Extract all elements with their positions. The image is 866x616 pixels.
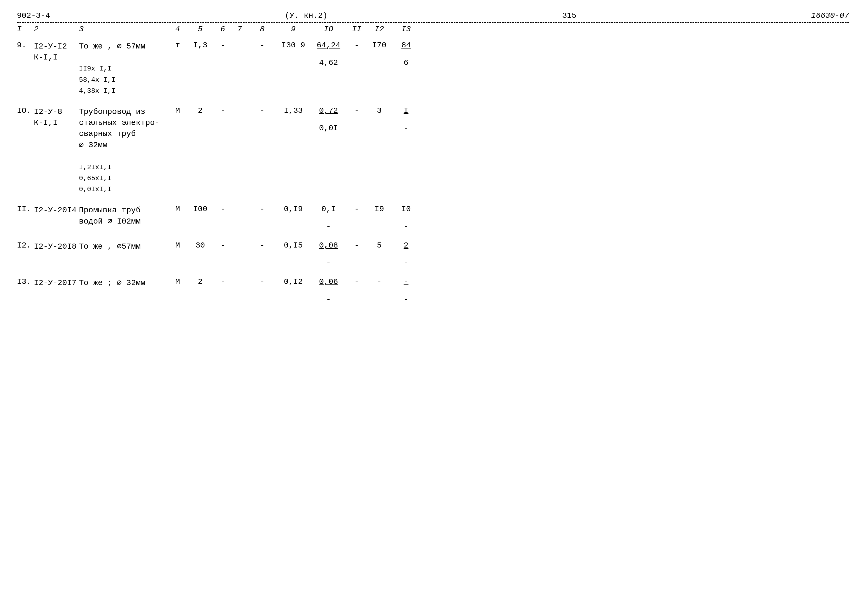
header-center-label: (У. кн.2) bbox=[285, 11, 327, 20]
row-col11: - bbox=[347, 241, 366, 250]
col-header-7: 7 bbox=[231, 25, 248, 33]
row-col8: - bbox=[248, 277, 277, 286]
col-header-4: 4 bbox=[169, 25, 186, 33]
row-id: I2-У-8К-I,I bbox=[34, 106, 79, 128]
row-col13: 2- bbox=[392, 241, 420, 267]
row-col9: I30 9 bbox=[277, 41, 310, 50]
header-page-number: 315 bbox=[562, 11, 577, 20]
row-col12: I70 bbox=[366, 41, 392, 50]
row-col6: - bbox=[214, 41, 231, 50]
row-col5: 30 bbox=[186, 241, 214, 250]
row-description: То же , ∅ 57ммII9х I,I58,4х I,I4,38х I,I bbox=[79, 41, 169, 96]
row-description: Трубопровод изстальных электро-сварных т… bbox=[79, 106, 169, 195]
row-number: 9. bbox=[17, 41, 34, 50]
col-header-8: 8 bbox=[248, 25, 277, 33]
table-row: IO.I2-У-8К-I,IТрубопровод изстальных эле… bbox=[17, 106, 849, 195]
row-col10: 0,06- bbox=[310, 277, 347, 303]
row-col5: I00 bbox=[186, 205, 214, 214]
col-header-1: I bbox=[17, 25, 34, 33]
row-col9: 0,I5 bbox=[277, 241, 310, 250]
row-col13: I0- bbox=[392, 205, 420, 231]
row-col5: I,3 bbox=[186, 41, 214, 50]
col-header-11: II bbox=[347, 25, 366, 33]
row-number: IO. bbox=[17, 106, 34, 115]
row-number: I3. bbox=[17, 277, 34, 286]
column-headers: I 2 3 4 5 6 7 8 9 IO II I2 I3 bbox=[17, 25, 849, 35]
header-divider bbox=[17, 22, 849, 23]
row-number: I2. bbox=[17, 241, 34, 250]
header-doc-number: 16630-07 bbox=[811, 11, 849, 20]
header-left: 902-3-4 bbox=[17, 11, 50, 20]
row-col11: - bbox=[347, 277, 366, 286]
row-number: II. bbox=[17, 205, 34, 214]
row-col11: - bbox=[347, 205, 366, 214]
row-col12: 3 bbox=[366, 106, 392, 115]
row-unit: т bbox=[169, 41, 186, 50]
table-row: I2.I2-У-20I8То же , ∅57ммМ30--0,I50,08--… bbox=[17, 241, 849, 267]
row-id: I2-У-20I8 bbox=[34, 241, 79, 252]
row-description: То же , ∅57мм bbox=[79, 241, 169, 252]
col-header-6: 6 bbox=[214, 25, 231, 33]
row-col5: 2 bbox=[186, 277, 214, 286]
row-description: Промывка трубводой ∅ I02мм bbox=[79, 205, 169, 227]
row-col6: - bbox=[214, 277, 231, 286]
col-header-5: 5 bbox=[186, 25, 214, 33]
row-col8: - bbox=[248, 41, 277, 50]
table-row: I3.I2-У-20I7То же ; ∅ 32ммМ2--0,I20,06--… bbox=[17, 277, 849, 303]
row-col12: I9 bbox=[366, 205, 392, 214]
row-unit: М bbox=[169, 205, 186, 214]
row-col9: I,33 bbox=[277, 106, 310, 115]
row-col12: - bbox=[366, 277, 392, 286]
row-col6: - bbox=[214, 106, 231, 115]
row-col10: 0,720,0I bbox=[310, 106, 347, 132]
row-col12: 5 bbox=[366, 241, 392, 250]
table-row: 9.I2-У-I2К-I,IТо же , ∅ 57ммII9х I,I58,4… bbox=[17, 41, 849, 96]
col-header-9: 9 bbox=[277, 25, 310, 33]
row-col10: 0,I- bbox=[310, 205, 347, 231]
row-description: То же ; ∅ 32мм bbox=[79, 277, 169, 288]
row-unit: М bbox=[169, 277, 186, 286]
col-header-12: I2 bbox=[366, 25, 392, 33]
col-header-10: IO bbox=[310, 25, 347, 33]
row-col8: - bbox=[248, 205, 277, 214]
row-col13: I- bbox=[392, 106, 420, 132]
col-header-2: 2 bbox=[34, 25, 79, 33]
row-col10: 64,244,62 bbox=[310, 41, 347, 67]
row-col11: - bbox=[347, 41, 366, 50]
row-col10: 0,08- bbox=[310, 241, 347, 267]
row-col13: 846 bbox=[392, 41, 420, 67]
col-header-13: I3 bbox=[392, 25, 420, 33]
row-col8: - bbox=[248, 106, 277, 115]
row-col6: - bbox=[214, 205, 231, 214]
row-col9: 0,I2 bbox=[277, 277, 310, 286]
row-unit: М bbox=[169, 241, 186, 250]
col-header-3: 3 bbox=[79, 25, 169, 33]
table-row: II.I2-У-20I4Промывка трубводой ∅ I02ммМI… bbox=[17, 205, 849, 231]
row-col6: - bbox=[214, 241, 231, 250]
row-id: I2-У-20I4 bbox=[34, 205, 79, 216]
row-col11: - bbox=[347, 106, 366, 115]
page-header: 902-3-4 (У. кн.2) 315 16630-07 bbox=[17, 11, 849, 20]
row-col13: -- bbox=[392, 277, 420, 303]
row-id: I2-У-I2К-I,I bbox=[34, 41, 79, 63]
row-unit: М bbox=[169, 106, 186, 115]
rows-container: 9.I2-У-I2К-I,IТо же , ∅ 57ммII9х I,I58,4… bbox=[17, 41, 849, 303]
row-col8: - bbox=[248, 241, 277, 250]
row-col9: 0,I9 bbox=[277, 205, 310, 214]
row-col5: 2 bbox=[186, 106, 214, 115]
row-id: I2-У-20I7 bbox=[34, 277, 79, 288]
